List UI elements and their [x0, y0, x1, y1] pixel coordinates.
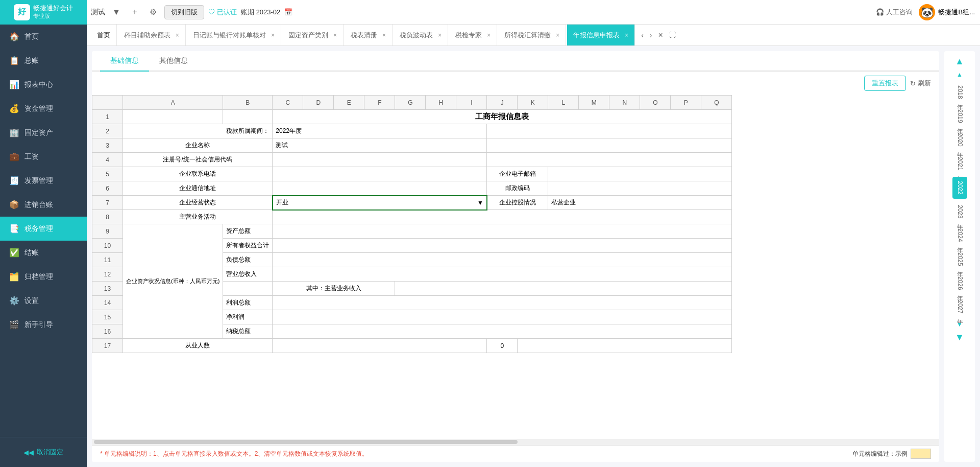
tab-close-all-button[interactable]: × — [655, 31, 666, 40]
h-scrollbar[interactable] — [92, 439, 939, 445]
cell-10c[interactable] — [273, 239, 732, 253]
tab-aux[interactable]: 科目辅助余额表 × — [118, 25, 186, 46]
cell-12c[interactable] — [273, 267, 732, 282]
consult-button[interactable]: 🎧 人工咨询 — [876, 8, 913, 17]
dropdown-icon[interactable]: ▼ — [109, 5, 124, 19]
col-header-p[interactable]: P — [671, 96, 701, 110]
spreadsheet-container[interactable]: A B C D E F G H I J K L — [92, 95, 939, 439]
tab-tax-wave-close[interactable]: × — [438, 32, 442, 39]
tab-income-tax[interactable]: 所得税汇算清缴 × — [498, 25, 566, 46]
cell-17c[interactable] — [273, 339, 487, 353]
col-header-h[interactable]: H — [426, 96, 456, 110]
sidebar-item-guide[interactable]: 🎬 新手引导 — [0, 313, 87, 337]
sub-tab-basic[interactable]: 基础信息 — [100, 51, 149, 72]
tab-fixed[interactable]: 固定资产类别 × — [282, 25, 344, 46]
cell-17k[interactable] — [518, 339, 732, 353]
cell-1a[interactable] — [123, 110, 223, 124]
cell-3c[interactable]: 测试 — [273, 138, 487, 153]
cell-11b[interactable]: 负债总额 — [223, 253, 273, 267]
cell-2j[interactable] — [487, 124, 732, 138]
calendar-icon[interactable]: 📅 — [284, 8, 292, 16]
cell-8c[interactable] — [273, 210, 732, 224]
year-down-button[interactable]: ▼ — [955, 320, 964, 329]
tab-annual-close[interactable]: × — [625, 32, 628, 39]
tab-annual[interactable]: 年报信息申报表 × — [567, 25, 635, 46]
cell-12b[interactable]: 营业总收入 — [223, 267, 273, 282]
cell-17j[interactable]: 0 — [487, 339, 518, 353]
user-area[interactable]: 🐼 畅捷通B组... — [919, 4, 975, 20]
cell-13g[interactable] — [395, 282, 732, 296]
sidebar-item-archive[interactable]: 🗂️ 归档管理 — [0, 265, 87, 289]
col-header-b[interactable]: B — [223, 96, 273, 110]
cell-3ab[interactable]: 企业名称 — [123, 138, 273, 153]
col-header-i[interactable]: I — [456, 96, 487, 110]
cell-7c[interactable]: 开业 ▼ — [273, 196, 487, 210]
sidebar-item-funds[interactable]: 💰 资金管理 — [0, 97, 87, 121]
col-header-g[interactable]: G — [395, 96, 426, 110]
tab-fixed-close[interactable]: × — [333, 32, 337, 39]
cell-4ab[interactable]: 注册号/统一社会信用代码 — [123, 153, 273, 167]
year-2022[interactable]: 2022年 — [952, 177, 967, 199]
year-up2-button[interactable]: ▲ — [955, 70, 964, 79]
tab-expand-button[interactable]: ⛶ — [666, 31, 679, 39]
col-header-l[interactable]: L — [548, 96, 579, 110]
col-header-c[interactable]: C — [273, 96, 303, 110]
year-2019[interactable]: 2019年 — [952, 105, 967, 127]
old-version-button[interactable]: 切到旧版 — [164, 5, 204, 19]
tab-tax-clear-close[interactable]: × — [382, 32, 386, 39]
cell-6l[interactable] — [548, 181, 732, 196]
cell-13c[interactable]: 其中：主营业务收入 — [273, 282, 395, 296]
col-header-f[interactable]: F — [364, 96, 395, 110]
cell-6j[interactable]: 邮政编码 — [487, 181, 548, 196]
cell-5l[interactable] — [548, 167, 732, 181]
sidebar-item-invoice[interactable]: 🧾 发票管理 — [0, 169, 87, 193]
sub-tab-other[interactable]: 其他信息 — [149, 51, 198, 72]
sidebar-item-assets[interactable]: 🏢 固定资产 — [0, 121, 87, 145]
cancel-fixed-button[interactable]: ◀◀ 取消固定 — [0, 442, 87, 462]
cell-16b[interactable]: 纳税总额 — [223, 324, 273, 339]
sidebar-item-settings[interactable]: ⚙️ 设置 — [0, 289, 87, 313]
cell-5ab[interactable]: 企业联系电话 — [123, 167, 273, 181]
cell-9b[interactable]: 资产总额 — [223, 224, 273, 239]
cell-6ab[interactable]: 企业通信地址 — [123, 181, 273, 196]
tab-journal[interactable]: 日记账与银行对账单核对 × — [187, 25, 281, 46]
year-2020[interactable]: 2020年 — [952, 129, 967, 151]
settings-icon[interactable]: ⚙ — [146, 5, 160, 19]
year-2027[interactable]: 2027年 — [952, 296, 967, 318]
tab-aux-close[interactable]: × — [176, 32, 179, 39]
tab-journal-close[interactable]: × — [271, 32, 275, 39]
tab-tax-clear[interactable]: 税表清册 × — [345, 25, 393, 46]
col-header-e[interactable]: E — [334, 96, 364, 110]
cell-7j[interactable]: 企业控股情况 — [487, 196, 548, 210]
year-2024[interactable]: 2024年 — [952, 224, 967, 246]
cell-2c[interactable]: 2022年度 — [273, 124, 487, 138]
cell-5j[interactable]: 企业电子邮箱 — [487, 167, 548, 181]
cell-14b[interactable]: 利润总额 — [223, 296, 273, 310]
col-header-k[interactable]: K — [518, 96, 548, 110]
cell-3j[interactable] — [487, 138, 732, 153]
col-header-a[interactable]: A — [123, 96, 223, 110]
refresh-button[interactable]: ↻ 刷新 — [910, 79, 931, 88]
sidebar-item-sales[interactable]: 📦 进销台账 — [0, 193, 87, 217]
cell-5c[interactable] — [273, 167, 487, 181]
sidebar-item-settle[interactable]: ✅ 结账 — [0, 241, 87, 265]
col-header-q[interactable]: Q — [701, 96, 732, 110]
cell-1b[interactable] — [223, 110, 273, 124]
tab-tax-expert-close[interactable]: × — [487, 32, 491, 39]
add-icon[interactable]: ＋ — [128, 5, 142, 19]
cell-17ab[interactable]: 从业人数 — [123, 339, 273, 353]
year-2018[interactable]: 2018年 — [952, 81, 967, 103]
cell-7ab[interactable]: 企业经营状态 — [123, 196, 273, 210]
cell-title[interactable]: 工商年报信息表 — [273, 110, 732, 124]
cell-2ab[interactable]: 税款所属期间： — [123, 124, 273, 138]
cell-9c[interactable] — [273, 224, 732, 239]
cell-13b[interactable] — [223, 282, 273, 296]
sidebar-item-home[interactable]: 🏠 首页 — [0, 25, 87, 49]
cell-7l[interactable]: 私营企业 — [548, 196, 732, 210]
tab-next-button[interactable]: › — [647, 31, 655, 39]
year-2023[interactable]: 2023年 — [952, 201, 967, 223]
tab-prev-button[interactable]: ‹ — [638, 31, 647, 39]
sidebar-item-tax[interactable]: 📑 税务管理 — [0, 217, 87, 241]
year-2025[interactable]: 2025年 — [952, 248, 967, 270]
sidebar-item-general[interactable]: 📋 总账 — [0, 49, 87, 73]
